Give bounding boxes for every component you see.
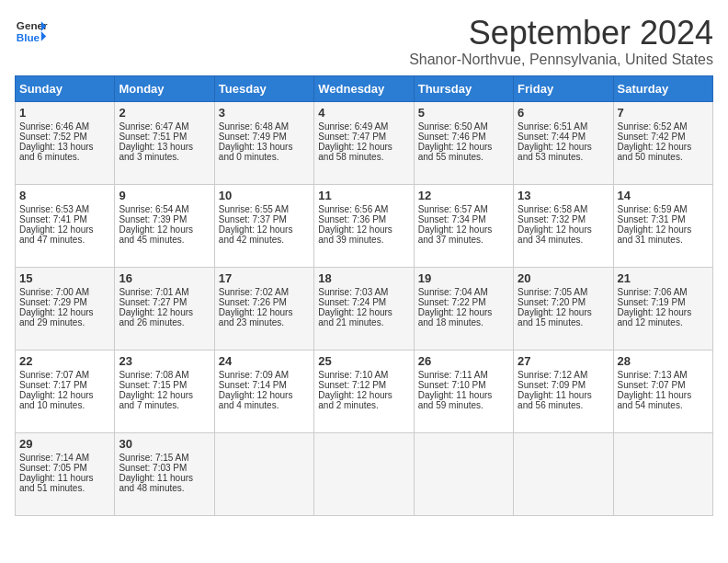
svg-text:Blue: Blue	[17, 31, 40, 43]
table-row: 1Sunrise: 6:46 AMSunset: 7:52 PMDaylight…	[16, 101, 115, 184]
table-row: 22Sunrise: 7:07 AMSunset: 7:17 PMDayligh…	[16, 350, 115, 432]
table-row: 7Sunrise: 6:52 AMSunset: 7:42 PMDaylight…	[613, 101, 712, 184]
table-row: 27Sunrise: 7:12 AMSunset: 7:09 PMDayligh…	[514, 350, 613, 432]
header: General Blue September 2024 Shanor-North…	[15, 15, 713, 68]
location: Shanor-Northvue, Pennsylvania, United St…	[409, 52, 713, 68]
table-row: 12Sunrise: 6:57 AMSunset: 7:34 PMDayligh…	[414, 184, 513, 267]
table-row: 10Sunrise: 6:55 AMSunset: 7:37 PMDayligh…	[214, 184, 313, 267]
table-row: 4Sunrise: 6:49 AMSunset: 7:47 PMDaylight…	[314, 101, 414, 184]
month-title: September 2024	[409, 15, 713, 52]
col-thursday: Thursday	[414, 75, 513, 101]
col-tuesday: Tuesday	[214, 75, 313, 101]
table-row: 28Sunrise: 7:13 AMSunset: 7:07 PMDayligh…	[613, 350, 712, 432]
table-row	[514, 432, 613, 515]
table-row: 23Sunrise: 7:08 AMSunset: 7:15 PMDayligh…	[115, 350, 214, 432]
table-row: 6Sunrise: 6:51 AMSunset: 7:44 PMDaylight…	[514, 101, 613, 184]
col-saturday: Saturday	[613, 75, 712, 101]
table-row: 17Sunrise: 7:02 AMSunset: 7:26 PMDayligh…	[214, 267, 313, 350]
calendar-table: Sunday Monday Tuesday Wednesday Thursday…	[15, 75, 713, 516]
table-row: 25Sunrise: 7:10 AMSunset: 7:12 PMDayligh…	[314, 350, 414, 432]
col-friday: Friday	[514, 75, 613, 101]
table-row	[414, 432, 513, 515]
table-row: 11Sunrise: 6:56 AMSunset: 7:36 PMDayligh…	[314, 184, 414, 267]
logo: General Blue	[15, 15, 48, 48]
logo-icon: General Blue	[15, 15, 48, 48]
table-row: 14Sunrise: 6:59 AMSunset: 7:31 PMDayligh…	[613, 184, 712, 267]
table-row: 20Sunrise: 7:05 AMSunset: 7:20 PMDayligh…	[514, 267, 613, 350]
table-row	[314, 432, 414, 515]
table-row: 5Sunrise: 6:50 AMSunset: 7:46 PMDaylight…	[414, 101, 513, 184]
col-sunday: Sunday	[16, 75, 115, 101]
table-row: 16Sunrise: 7:01 AMSunset: 7:27 PMDayligh…	[115, 267, 214, 350]
table-row	[214, 432, 313, 515]
table-row	[613, 432, 712, 515]
col-wednesday: Wednesday	[314, 75, 414, 101]
table-row: 26Sunrise: 7:11 AMSunset: 7:10 PMDayligh…	[414, 350, 513, 432]
table-row: 29Sunrise: 7:14 AMSunset: 7:05 PMDayligh…	[16, 432, 115, 515]
table-row: 13Sunrise: 6:58 AMSunset: 7:32 PMDayligh…	[514, 184, 613, 267]
table-row: 8Sunrise: 6:53 AMSunset: 7:41 PMDaylight…	[16, 184, 115, 267]
table-row: 24Sunrise: 7:09 AMSunset: 7:14 PMDayligh…	[214, 350, 313, 432]
table-row: 30Sunrise: 7:15 AMSunset: 7:03 PMDayligh…	[115, 432, 214, 515]
calendar-header-row: Sunday Monday Tuesday Wednesday Thursday…	[16, 75, 713, 101]
table-row: 21Sunrise: 7:06 AMSunset: 7:19 PMDayligh…	[613, 267, 712, 350]
col-monday: Monday	[115, 75, 214, 101]
table-row: 2Sunrise: 6:47 AMSunset: 7:51 PMDaylight…	[115, 101, 214, 184]
title-area: September 2024 Shanor-Northvue, Pennsylv…	[409, 15, 713, 68]
table-row: 3Sunrise: 6:48 AMSunset: 7:49 PMDaylight…	[214, 101, 313, 184]
table-row: 18Sunrise: 7:03 AMSunset: 7:24 PMDayligh…	[314, 267, 414, 350]
table-row: 19Sunrise: 7:04 AMSunset: 7:22 PMDayligh…	[414, 267, 513, 350]
table-row: 15Sunrise: 7:00 AMSunset: 7:29 PMDayligh…	[16, 267, 115, 350]
table-row: 9Sunrise: 6:54 AMSunset: 7:39 PMDaylight…	[115, 184, 214, 267]
